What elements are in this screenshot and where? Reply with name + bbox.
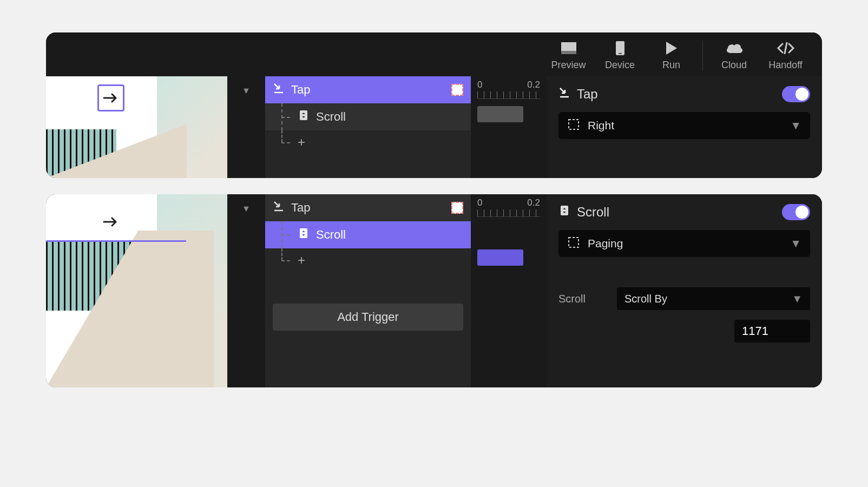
svg-rect-4 [300, 110, 307, 120]
scroll-value-input[interactable]: 1171 [734, 320, 810, 343]
selection-icon [567, 118, 580, 134]
ruler-end: 0.2 [527, 198, 540, 208]
selection-line [46, 240, 186, 242]
play-icon [665, 40, 678, 56]
cloud-label: Cloud [721, 60, 747, 71]
layers-panel: Tap Scroll + [265, 76, 471, 178]
toolbar: Preview Device Run Cloud Handoff [46, 32, 822, 76]
canvas-preview [46, 76, 227, 178]
ruler-ticks [477, 91, 540, 99]
target-value: Paging [588, 237, 623, 250]
scroll-label: Scroll [558, 293, 607, 305]
svg-rect-1 [561, 51, 576, 54]
gutter: ▼ [227, 194, 265, 387]
layer-scroll[interactable]: Scroll [265, 103, 471, 130]
scroll-value: 1171 [742, 324, 768, 338]
svg-rect-5 [569, 120, 578, 129]
layer-tap[interactable]: Tap [265, 194, 471, 221]
layer-scroll-label: Scroll [316, 110, 346, 124]
svg-rect-6 [300, 228, 307, 238]
timeline-bar[interactable] [477, 249, 523, 266]
scroll-icon [298, 227, 310, 242]
window-tap: Preview Device Run Cloud Handoff [46, 32, 822, 178]
tree-line [281, 130, 282, 142]
enable-toggle[interactable] [782, 86, 810, 102]
tap-icon [273, 82, 285, 97]
arrow-right-icon [103, 216, 119, 227]
handoff-button[interactable]: Handoff [760, 40, 811, 71]
tree-elbow [281, 117, 290, 118]
preview-label: Preview [551, 60, 586, 71]
run-button[interactable]: Run [646, 40, 697, 71]
disclosure-icon[interactable]: ▼ [242, 86, 251, 96]
layer-add[interactable]: + [265, 248, 471, 272]
content-row: ▼ Tap Scroll + [46, 76, 822, 178]
layer-swatch [451, 84, 463, 96]
scroll-mode-select[interactable]: Scroll By ▼ [617, 287, 810, 310]
scroll-value-row: 1171 [558, 320, 810, 343]
target-dropdown[interactable]: Right ▼ [558, 112, 810, 139]
enable-toggle[interactable] [782, 204, 810, 220]
toolbar-divider [702, 41, 703, 71]
ruler-labels: 0 0.2 [477, 80, 540, 90]
gutter: ▼ [227, 76, 265, 178]
scroll-icon [298, 109, 310, 124]
ruler-start: 0 [477, 198, 482, 208]
svg-rect-3 [619, 53, 622, 54]
handoff-label: Handoff [768, 60, 803, 71]
svg-rect-8 [569, 238, 578, 247]
arrow-right-icon [103, 93, 119, 103]
selected-element[interactable] [97, 84, 124, 111]
add-trigger-button[interactable]: Add Trigger [273, 304, 463, 331]
layer-add[interactable]: + [265, 130, 471, 154]
scroll-mode-row: Scroll Scroll By ▼ [558, 287, 810, 310]
chevron-down-icon: ▼ [790, 237, 801, 250]
arrow-element[interactable] [97, 208, 124, 235]
target-value: Right [588, 119, 614, 132]
canvas-preview [46, 194, 227, 387]
inspector-title: Tap [577, 87, 598, 102]
tree-elbow [281, 142, 290, 143]
cloud-button[interactable]: Cloud [708, 40, 760, 71]
chevron-down-icon: ▼ [790, 119, 801, 132]
inspector-panel: Scroll Paging ▼ Scroll Scroll By ▼ [547, 194, 822, 387]
plus-icon: + [298, 135, 305, 150]
tap-icon [558, 87, 570, 102]
ruler-ticks [477, 209, 540, 217]
device-icon [615, 40, 625, 56]
preview-icon [561, 40, 577, 56]
layers-panel: Tap Scroll + Add Trigger [265, 194, 471, 387]
layer-tap-label: Tap [291, 83, 310, 97]
window-scroll: ▼ Tap Scroll + [46, 194, 822, 387]
layer-scroll-label: Scroll [316, 228, 346, 242]
cloud-icon [725, 40, 744, 56]
layer-tap-label: Tap [291, 201, 310, 215]
target-dropdown[interactable]: Paging ▼ [558, 230, 810, 257]
inspector-panel: Tap Right ▼ [547, 76, 822, 178]
content-row: ▼ Tap Scroll + [46, 194, 822, 387]
tree-line [281, 248, 282, 260]
tree-elbow [281, 260, 290, 261]
ruler-labels: 0 0.2 [477, 198, 540, 208]
scroll-icon [558, 205, 570, 220]
layer-tap[interactable]: Tap [265, 76, 471, 103]
device-label: Device [605, 60, 635, 71]
preview-button[interactable]: Preview [543, 40, 594, 71]
timeline-bar[interactable] [477, 106, 523, 122]
chevron-down-icon: ▼ [792, 293, 803, 305]
ruler-end: 0.2 [527, 80, 540, 90]
tap-icon [273, 200, 285, 215]
scroll-mode-value: Scroll By [624, 293, 667, 305]
inspector-title: Scroll [577, 205, 609, 220]
plus-icon: + [298, 253, 305, 268]
inspector-header: Scroll [558, 204, 810, 220]
timeline: 0 0.2 [471, 76, 547, 178]
layer-scroll[interactable]: Scroll [265, 221, 471, 248]
tree-elbow [281, 235, 290, 236]
device-button[interactable]: Device [594, 40, 646, 71]
disclosure-icon[interactable]: ▼ [242, 204, 251, 214]
svg-rect-7 [561, 206, 568, 215]
add-trigger-label: Add Trigger [337, 310, 399, 324]
selection-icon [567, 236, 580, 252]
ruler-start: 0 [477, 80, 482, 90]
